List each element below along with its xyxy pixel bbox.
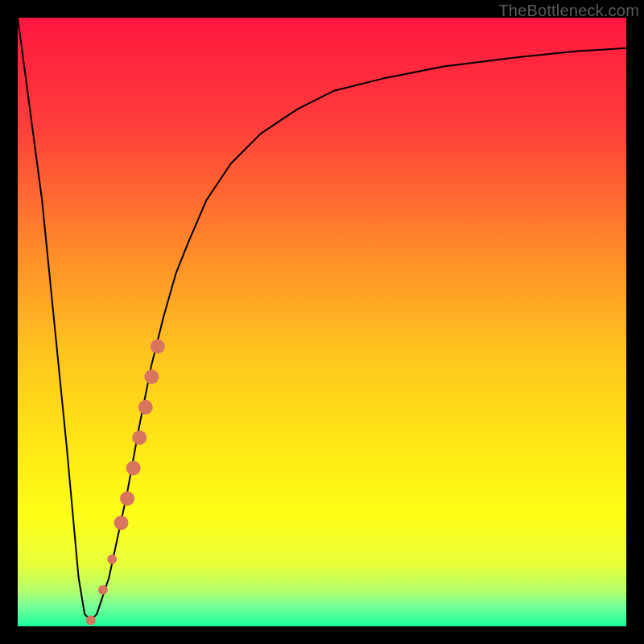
watermark-text: TheBottleneck.com	[498, 2, 639, 20]
plot-area	[18, 18, 626, 626]
marker-dot	[120, 491, 134, 506]
chart-frame: TheBottleneck.com	[0, 0, 644, 644]
gradient-background	[18, 18, 626, 626]
marker-dot	[107, 555, 117, 564]
marker-dot	[132, 431, 147, 445]
marker-dot	[151, 339, 165, 353]
marker-dot	[86, 615, 96, 625]
marker-dot	[138, 400, 153, 415]
chart-svg	[18, 18, 626, 626]
marker-dot	[98, 585, 108, 595]
marker-dot	[144, 369, 159, 384]
marker-dot	[114, 515, 129, 530]
marker-dot	[126, 460, 141, 475]
